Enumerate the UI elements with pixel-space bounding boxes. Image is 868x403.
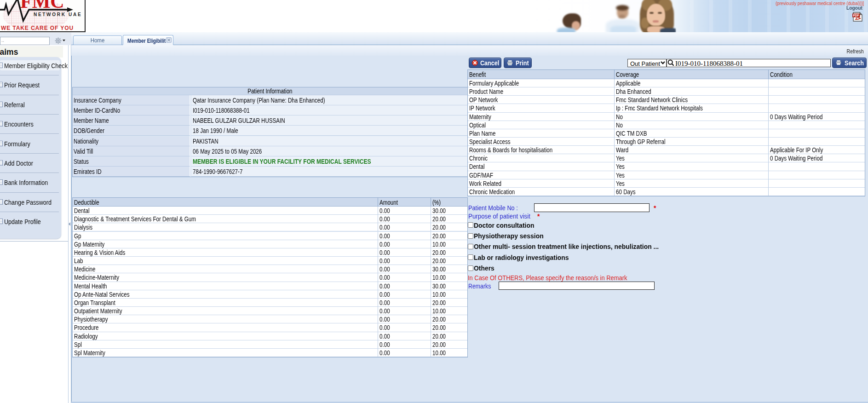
svg-text:PDF: PDF — [853, 14, 859, 17]
svg-text:WE TAKE CARE OF YOU: WE TAKE CARE OF YOU — [1, 25, 74, 31]
svg-text:NETWORK UAE: NETWORK UAE — [34, 12, 82, 17]
